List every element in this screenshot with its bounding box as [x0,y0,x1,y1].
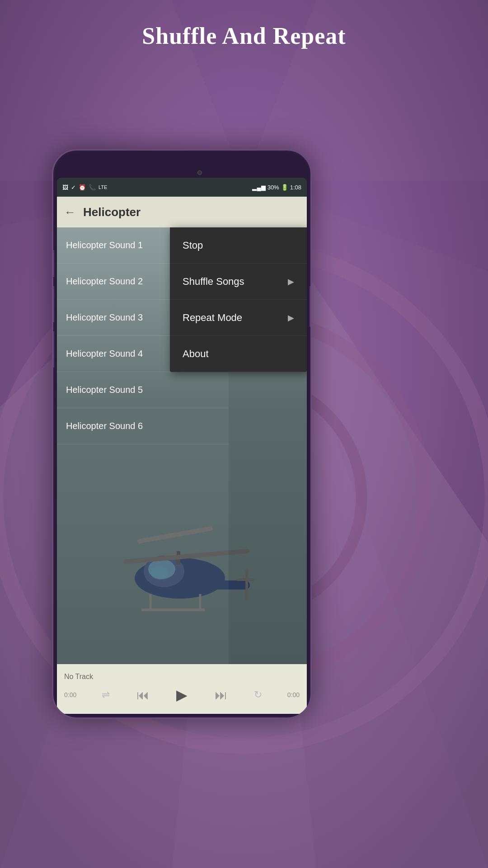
mute-button [52,250,54,277]
time-left: 0:00 [64,691,76,698]
player-controls: 0:00 ⇌ ⏮ ▶ ⏭ ↻ 0:00 [64,684,300,705]
notification-icon: 🖼 [62,184,68,191]
song-item-5[interactable]: Helicopter Sound 5 [57,372,229,408]
status-bar: 🖼 ✓ ⏰ 📞 LTE ▂▄▆ 30% 🔋 1:08 [57,178,307,197]
svg-rect-20 [245,569,248,601]
phone-frame: 🖼 ✓ ⏰ 📞 LTE ▂▄▆ 30% 🔋 1:08 ← Helicopter [52,149,312,719]
app-bar: ← Helicopter [57,197,307,227]
lte-label: LTE [99,184,107,190]
call-icon: 📞 [89,184,96,191]
alarm-icon: ⏰ [79,184,86,191]
notch-area [53,151,310,178]
menu-item-about[interactable]: About [170,336,307,372]
front-camera [197,170,202,175]
dropdown-menu: Stop Shuffle Songs ▶ Repeat Mode ▶ About [170,227,307,372]
volume-button [310,286,312,327]
phone-screen: 🖼 ✓ ⏰ 📞 LTE ▂▄▆ 30% 🔋 1:08 ← Helicopter [57,178,307,714]
status-right: ▂▄▆ 30% 🔋 1:08 [252,184,301,191]
player-bar: No Track 0:00 ⇌ ⏮ ▶ ⏭ ↻ 0:00 [57,664,307,714]
menu-item-shuffle[interactable]: Shuffle Songs ▶ [170,264,307,300]
next-button[interactable]: ⏭ [213,686,229,704]
prev-button[interactable]: ⏮ [135,686,151,704]
time-display: 1:08 [290,184,301,191]
svg-rect-21 [236,578,254,581]
shuffle-arrow-icon: ▶ [288,277,294,287]
shuffle-button[interactable]: ⇌ [100,687,112,703]
song-item-6[interactable]: Helicopter Sound 6 [57,408,229,444]
signal-bars: ▂▄▆ [252,184,265,191]
vol-down-button [52,331,54,368]
check-icon: ✓ [71,184,76,191]
vol-up-button [52,286,54,322]
play-button[interactable]: ▶ [174,684,189,705]
repeat-arrow-icon: ▶ [288,313,294,323]
track-name: No Track [64,673,300,681]
speaker-grille [162,172,194,174]
back-button[interactable]: ← [64,205,76,219]
menu-item-repeat[interactable]: Repeat Mode ▶ [170,300,307,336]
battery-percent: 30% [267,184,279,191]
repeat-button[interactable]: ↻ [252,687,264,703]
menu-item-stop[interactable]: Stop [170,227,307,264]
status-left: 🖼 ✓ ⏰ 📞 LTE [62,184,107,191]
app-bar-title: Helicopter [83,205,300,219]
page-title: Shuffle And Repeat [0,23,488,49]
battery-icon: 🔋 [281,184,288,191]
time-right: 0:00 [287,691,300,698]
